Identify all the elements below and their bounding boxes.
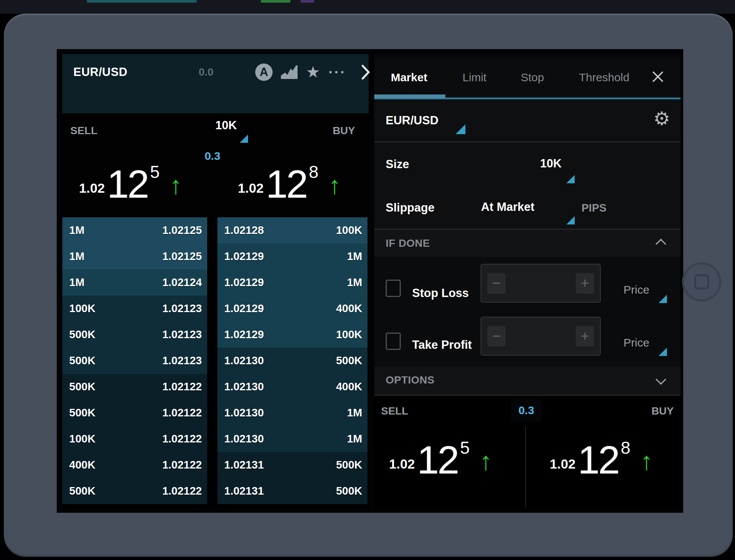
price-big-figure: 12 <box>107 169 148 200</box>
depth-price: 1.02123 <box>162 302 202 315</box>
sell-price-button[interactable]: 1.02 12 5 ↑ <box>389 438 492 475</box>
home-button-icon <box>694 274 709 289</box>
ladder-row[interactable]: 1.02128100K <box>217 217 368 243</box>
slippage-value[interactable]: At Market <box>479 200 536 214</box>
depth-size: 500K <box>336 485 362 497</box>
ladder-row[interactable]: 1.02131500K <box>217 452 368 478</box>
ladder-row[interactable]: 500K1.02122 <box>62 478 207 504</box>
ticket-instrument[interactable]: EUR/USD <box>386 114 439 127</box>
ladder-row[interactable]: 1.02130500K <box>217 348 368 374</box>
size-value[interactable]: 10K <box>532 157 570 170</box>
depth-price: 1.02123 <box>162 354 202 367</box>
price-fraction: 5 <box>460 438 470 458</box>
take-profit-label: Take Profit <box>412 338 472 352</box>
buy-label: BUY <box>651 405 674 417</box>
stop-loss-checkbox[interactable] <box>386 280 401 297</box>
dropdown-corner-icon <box>566 216 575 224</box>
spread-value: 0.3 <box>518 404 534 417</box>
depth-size: 1M <box>69 250 84 263</box>
depth-price: 1.02130 <box>224 381 264 393</box>
order-ticket-panel: Market Limit Stop Threshold EUR/USD ⚙ Si… <box>374 54 681 509</box>
depth-size: 100K <box>336 224 362 237</box>
depth-price: 1.02122 <box>162 381 202 393</box>
decrement-button[interactable]: − <box>487 273 506 294</box>
depth-size: 500K <box>336 459 362 471</box>
chevron-right-icon[interactable] <box>361 65 370 80</box>
stop-loss-price-type[interactable]: Price <box>623 283 649 296</box>
depth-price: 1.02124 <box>162 276 202 289</box>
more-options-icon[interactable]: ··· <box>329 68 346 77</box>
depth-size: 400K <box>336 381 362 393</box>
depth-size: 500K <box>336 354 362 367</box>
ladder-row[interactable]: 1.02130400K <box>217 374 368 400</box>
slippage-unit: PIPS <box>581 202 606 214</box>
ladder-row[interactable]: 100K1.02122 <box>62 426 207 452</box>
favorite-star-icon[interactable]: ★ <box>306 64 320 80</box>
ladder-row[interactable]: 1.021291M <box>217 269 368 295</box>
price-prefix: 1.02 <box>238 181 264 196</box>
take-profit-price-type[interactable]: Price <box>623 336 649 349</box>
gear-icon[interactable]: ⚙ <box>653 108 670 130</box>
tab-stop[interactable]: Stop <box>521 71 544 84</box>
ladder-row[interactable]: 100K1.02123 <box>62 295 207 322</box>
decrement-button[interactable]: − <box>487 326 506 347</box>
ladder-row[interactable]: 500K1.02123 <box>62 348 207 374</box>
increment-button[interactable]: + <box>576 326 594 347</box>
ladder-row[interactable]: 1.021301M <box>217 426 368 452</box>
ladder-row[interactable]: 1.021291M <box>217 243 368 269</box>
take-profit-checkbox[interactable] <box>386 333 401 350</box>
depth-price: 1.02128 <box>224 224 264 237</box>
depth-price: 1.02129 <box>224 250 264 263</box>
price-big-figure: 12 <box>417 445 458 475</box>
options-header[interactable]: OPTIONS <box>374 367 681 394</box>
ladder-row[interactable]: 1.02129400K <box>217 295 368 322</box>
spread-value: 0.3 <box>194 150 231 162</box>
ladder-row[interactable]: 1M1.02124 <box>62 269 207 295</box>
change-value: 0.0 <box>187 66 225 78</box>
stop-loss-stepper: − + <box>481 264 601 303</box>
ladder-row[interactable]: 500K1.02122 <box>62 400 207 426</box>
tab-threshold[interactable]: Threshold <box>579 71 629 84</box>
depth-size: 100K <box>69 433 95 445</box>
depth-size: 400K <box>336 302 362 315</box>
depth-size: 1M <box>347 407 362 419</box>
buy-price-button[interactable]: 1.02 12 8 ↑ <box>550 438 653 475</box>
price-big-figure: 12 <box>266 169 307 200</box>
auto-badge-icon[interactable]: A <box>255 63 273 81</box>
tab-limit[interactable]: Limit <box>462 71 486 84</box>
slippage-row: Slippage At Market PIPS <box>374 189 681 230</box>
ladder-row[interactable]: 500K1.02122 <box>62 374 207 400</box>
ladder-row[interactable]: 1.021301M <box>217 400 368 426</box>
depth-price: 1.02130 <box>224 433 264 445</box>
if-done-header[interactable]: IF DONE <box>374 230 681 257</box>
increment-button[interactable]: + <box>576 273 594 294</box>
buy-price-button[interactable]: 1.02 12 8 ↑ <box>238 162 341 200</box>
header-icon-group: A ★ ··· <box>255 62 370 82</box>
depth-size: 1M <box>69 224 84 237</box>
depth-size: 1M <box>347 433 362 445</box>
tab-market[interactable]: Market <box>391 71 428 84</box>
stop-loss-label: Stop Loss <box>412 286 469 300</box>
size-row: Size 10K <box>374 142 681 189</box>
dropdown-corner-icon <box>566 175 575 183</box>
chart-icon[interactable] <box>281 65 298 79</box>
ladder-row[interactable]: 1.02129100K <box>217 322 368 348</box>
tab-underline-active <box>374 94 445 98</box>
close-icon[interactable] <box>651 70 664 85</box>
ladder-row[interactable]: 1.02131500K <box>217 478 368 504</box>
home-button[interactable] <box>682 262 721 302</box>
sell-price-button[interactable]: 1.02 12 5 ↑ <box>79 162 182 200</box>
depth-size: 100K <box>336 328 362 341</box>
strip-accent <box>301 0 314 3</box>
depth-price: 1.02129 <box>224 328 264 341</box>
dropdown-corner-icon <box>240 135 248 143</box>
ladder-row[interactable]: 1M1.02125 <box>62 243 207 269</box>
if-done-body: Stop Loss − + Price Take Profit − + Pric… <box>374 257 681 367</box>
divider <box>374 394 681 396</box>
ladder-row[interactable]: 500K1.02123 <box>62 322 207 348</box>
price-prefix: 1.02 <box>389 456 415 472</box>
ladder-row[interactable]: 1M1.02125 <box>62 217 207 243</box>
sell-label: SELL <box>381 405 408 417</box>
ladder-row[interactable]: 400K1.02122 <box>62 452 207 478</box>
trade-size-value[interactable]: 10K <box>207 119 245 132</box>
